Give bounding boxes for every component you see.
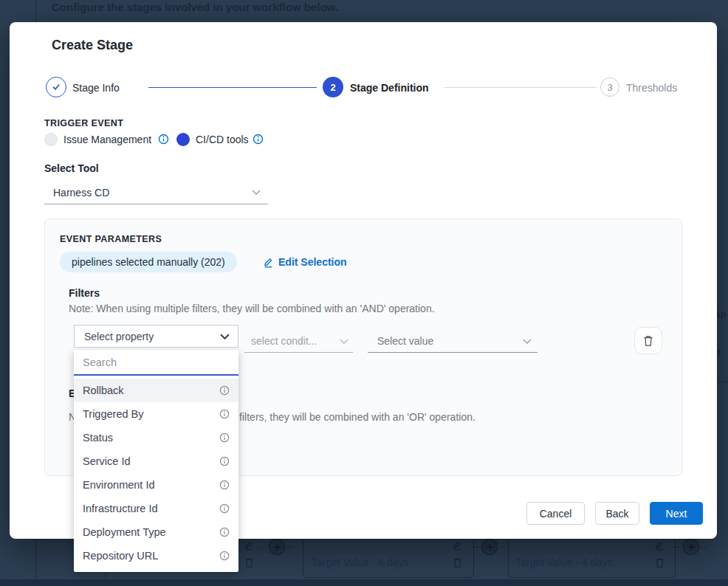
trash-icon (643, 335, 653, 347)
stepper-connector (148, 87, 317, 88)
target-value-label: Target Value - 4 days (515, 556, 612, 568)
chevron-down-icon (523, 339, 532, 344)
trash-icon (655, 557, 665, 568)
info-icon[interactable] (253, 134, 264, 145)
step-3-indicator[interactable]: 3 (600, 77, 619, 97)
dashed-connector (287, 547, 292, 548)
dropdown-item-label: Repository URL (83, 550, 158, 562)
condition-select[interactable]: select condit... (244, 330, 353, 353)
filters-heading: Filters (69, 287, 100, 299)
dropdown-item-label: Deployment Type (83, 526, 166, 538)
edit-selection-label: Edit Selection (278, 256, 347, 268)
trash-icon (453, 557, 462, 568)
select-tool-label: Select Tool (44, 162, 99, 174)
dropdown-item-infrastructure-id[interactable]: Infrastructure Id (74, 497, 238, 520)
chevron-down-icon (340, 339, 348, 344)
dropdown-item-label: Triggered By (83, 408, 143, 420)
step-2-label: Stage Definition (350, 82, 429, 94)
stepper-connector (444, 87, 597, 88)
info-icon[interactable] (158, 134, 169, 145)
trash-icon (244, 557, 254, 568)
step-3-number: 3 (607, 82, 612, 93)
background-page-heading: Configure the stages involved in your wo… (52, 1, 338, 13)
step-2-indicator[interactable]: 2 (323, 77, 343, 97)
step-1-indicator[interactable] (46, 77, 66, 97)
value-select-placeholder: Select value (377, 335, 433, 347)
event-parameters-heading: EVENT PARAMETERS (60, 234, 162, 244)
dashed-connector (701, 547, 706, 548)
dropdown-item-label: Infrastructure Id (83, 503, 158, 514)
edit-icon (263, 257, 274, 268)
chevron-down-icon (252, 190, 261, 195)
edit-selection-link[interactable]: Edit Selection (263, 256, 347, 268)
dropdown-item-repository-url[interactable]: Repository URL (74, 544, 238, 568)
dashed-connector (473, 547, 478, 548)
info-icon[interactable] (219, 503, 230, 514)
background-divider (35, 0, 36, 22)
condition-select-placeholder: select condit... (251, 335, 317, 347)
edit-icon (654, 540, 665, 551)
dashed-connector (500, 547, 505, 548)
edit-icon (244, 540, 255, 551)
check-icon (51, 82, 61, 92)
dropdown-item-label: Environment Id (83, 479, 155, 491)
step-2-number: 2 (330, 82, 335, 93)
step-1-label: Stage Info (72, 82, 120, 94)
plus-icon (273, 543, 281, 551)
delete-filter-button[interactable] (634, 327, 662, 354)
tool-select[interactable]: Harness CD (44, 181, 268, 204)
value-select[interactable]: Select value (368, 330, 538, 353)
background-footer-strip (0, 579, 728, 586)
next-button[interactable]: Next (650, 502, 703, 525)
add-stage-button (683, 539, 699, 555)
cancel-button[interactable]: Cancel (526, 502, 585, 525)
info-icon[interactable] (219, 432, 230, 443)
info-icon[interactable] (219, 527, 230, 537)
plus-icon (687, 543, 696, 551)
property-select[interactable]: Select property (74, 325, 238, 348)
background-divider (35, 539, 36, 579)
dropdown-item-rollback[interactable]: Rollback (74, 379, 238, 402)
property-dropdown-panel: Rollback Triggered By Status Service Id … (74, 350, 238, 572)
radio-issue-management[interactable] (44, 133, 58, 146)
dropdown-item-label: Status (83, 432, 113, 444)
add-stage-button (481, 539, 498, 555)
radio-cicd-tools-label[interactable]: CI/CD tools (196, 134, 249, 145)
radio-cicd-tools[interactable] (176, 133, 190, 146)
step-3-label: Thresholds (626, 82, 677, 94)
dropdown-item-status[interactable]: Status (74, 426, 238, 449)
tool-select-value: Harness CD (53, 187, 109, 199)
property-select-placeholder: Select property (84, 331, 154, 342)
trigger-event-label: TRIGGER EVENT (44, 118, 123, 128)
filters-note: Note: When using multiple filters, they … (69, 303, 435, 314)
edit-icon (452, 540, 463, 551)
dropdown-item-triggered-by[interactable]: Triggered By (74, 402, 238, 426)
info-icon[interactable] (219, 385, 230, 396)
back-button[interactable]: Back (595, 502, 639, 525)
info-icon[interactable] (219, 409, 230, 419)
dashed-connector (674, 547, 679, 548)
dropdown-item-label: Rollback (83, 385, 124, 396)
add-stage-button (269, 539, 285, 555)
radio-issue-management-label[interactable]: Issue Management (63, 134, 151, 145)
info-icon[interactable] (219, 480, 230, 490)
dropdown-item-deployment-type[interactable]: Deployment Type (74, 520, 238, 544)
dashed-connector (260, 547, 265, 548)
selection-badge: pipelines selected manually (202) (60, 252, 237, 272)
plus-icon (486, 543, 494, 551)
dropdown-item-environment-id[interactable]: Environment Id (74, 473, 238, 497)
target-value-label: Target Value - 4 days (312, 556, 408, 568)
modal-title: Create Stage (52, 38, 133, 53)
info-icon[interactable] (219, 456, 230, 466)
info-icon[interactable] (219, 551, 230, 561)
dropdown-item-service-id[interactable]: Service Id (74, 449, 238, 473)
chevron-down-icon (220, 334, 230, 339)
dropdown-search-input[interactable] (74, 350, 238, 376)
dropdown-item-label: Service Id (83, 455, 130, 467)
